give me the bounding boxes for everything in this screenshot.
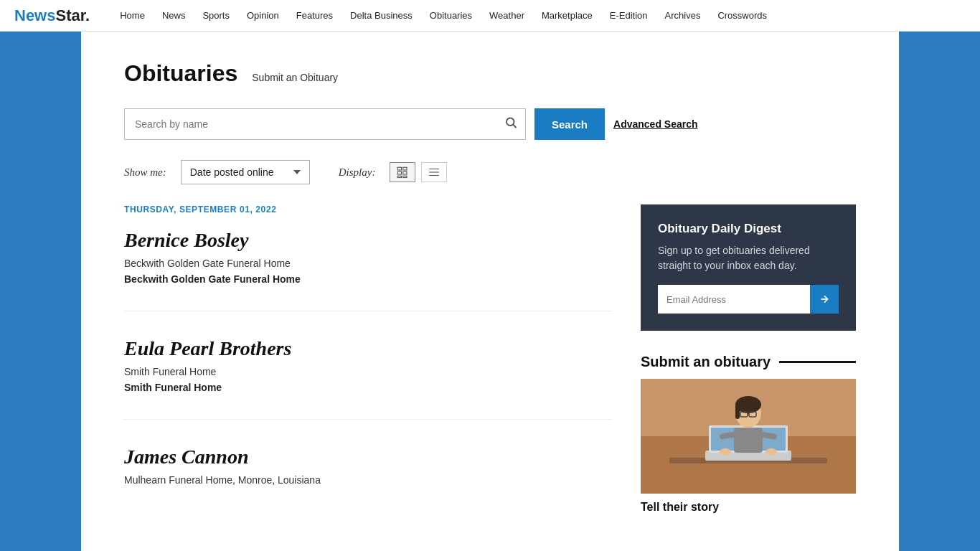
sidebar: Obituary Daily Digest Sign up to get obi… (641, 204, 856, 542)
navbar: NewsStar. HomeNewsSportsOpinionFeaturesD… (0, 0, 980, 32)
obit-name[interactable]: Eula Pearl Brothers (124, 337, 612, 360)
date-header: THURSDAY, SEPTEMBER 01, 2022 (124, 204, 612, 215)
nav-item-home[interactable]: Home (111, 0, 154, 32)
search-icon-button[interactable] (504, 116, 517, 133)
svg-rect-2 (398, 167, 402, 170)
obit-name[interactable]: James Cannon (124, 446, 612, 468)
display-icons (390, 162, 447, 182)
svg-point-0 (507, 118, 514, 126)
email-row (658, 285, 839, 314)
obit-funeral-home: Smith Funeral Home (124, 366, 612, 377)
submit-obituary-title: Submit an obituary (641, 354, 856, 370)
search-row: Search Advanced Search (124, 108, 856, 140)
obituary-entry: Bernice BosleyBeckwith Golden Gate Funer… (124, 229, 612, 311)
svg-rect-6 (398, 176, 402, 177)
search-input-wrap (124, 108, 526, 140)
nav-item-obituaries[interactable]: Obituaries (421, 0, 481, 32)
nav-item-weather[interactable]: Weather (481, 0, 533, 32)
svg-point-27 (720, 448, 731, 456)
svg-point-28 (765, 448, 777, 456)
site-logo[interactable]: NewsStar. (14, 6, 90, 25)
nav-item-sports[interactable]: Sports (194, 0, 238, 32)
search-icon (504, 116, 517, 129)
nav-item-crosswords[interactable]: Crosswords (709, 0, 776, 32)
nav-links: HomeNewsSportsOpinionFeaturesDelta Busin… (111, 0, 776, 32)
svg-line-1 (513, 125, 516, 128)
svg-rect-4 (398, 171, 402, 174)
search-input[interactable] (124, 108, 526, 140)
svg-rect-3 (403, 167, 407, 170)
filter-row: Show me: Date posted onlineAlphabeticall… (124, 160, 856, 184)
nav-item-opinion[interactable]: Opinion (238, 0, 288, 32)
arrow-right-icon (819, 293, 830, 305)
page-title: Obituaries (124, 60, 237, 87)
grid-view-button[interactable] (390, 162, 415, 182)
show-me-label: Show me: (124, 166, 166, 179)
submit-obituary-section: Submit an obituary (641, 354, 856, 514)
obituary-entry: James CannonMulhearn Funeral Home, Monro… (124, 446, 612, 516)
page-wrapper: Obituaries Submit an Obituary Search Adv… (81, 32, 899, 551)
email-input[interactable] (658, 285, 810, 314)
logo-news: News (14, 6, 55, 24)
obituaries-container: Bernice BosleyBeckwith Golden Gate Funer… (124, 229, 612, 516)
logo-star: Star. (55, 6, 90, 24)
obit-funeral-home-bold: Smith Funeral Home (124, 382, 612, 393)
obit-funeral-home: Beckwith Golden Gate Funeral Home (124, 258, 612, 269)
digest-description: Sign up to get obituaries delivered stra… (658, 243, 839, 273)
obit-funeral-home-bold: Beckwith Golden Gate Funeral Home (124, 273, 612, 285)
nav-item-e-edition[interactable]: E-Edition (601, 0, 656, 32)
person-laptop-illustration (641, 379, 856, 494)
grid-icon (395, 166, 410, 179)
svg-rect-24 (734, 428, 763, 453)
submit-obituary-image-inner (641, 379, 856, 494)
advanced-search-link[interactable]: Advanced Search (613, 118, 698, 130)
digest-box: Obituary Daily Digest Sign up to get obi… (641, 204, 856, 331)
nav-item-marketplace[interactable]: Marketplace (533, 0, 601, 32)
obituary-entry: Eula Pearl BrothersSmith Funeral HomeSmi… (124, 337, 612, 420)
digest-title: Obituary Daily Digest (658, 222, 839, 236)
obit-funeral-home: Mulhearn Funeral Home, Monroe, Louisiana (124, 474, 612, 486)
submit-obituary-link[interactable]: Submit an Obituary (252, 72, 338, 83)
main-layout: THURSDAY, SEPTEMBER 01, 2022 Bernice Bos… (124, 204, 856, 542)
nav-item-features[interactable]: Features (288, 0, 341, 32)
submit-obituary-image[interactable] (641, 379, 856, 494)
show-me-select[interactable]: Date posted onlineAlphabeticallyBy funer… (181, 160, 310, 184)
obit-name[interactable]: Bernice Bosley (124, 229, 612, 252)
page-header: Obituaries Submit an Obituary (124, 60, 856, 87)
svg-rect-20 (735, 405, 740, 419)
search-button[interactable]: Search (534, 108, 605, 140)
list-icon (426, 166, 442, 179)
nav-item-news[interactable]: News (154, 0, 194, 32)
nav-item-delta-business[interactable]: Delta Business (341, 0, 421, 32)
list-view-button[interactable] (421, 162, 447, 182)
display-label: Display: (339, 166, 376, 179)
obituaries-list: THURSDAY, SEPTEMBER 01, 2022 Bernice Bos… (124, 204, 612, 542)
email-submit-button[interactable] (810, 285, 839, 314)
nav-item-archives[interactable]: Archives (656, 0, 710, 32)
svg-rect-7 (403, 176, 407, 177)
tell-story-label: Tell their story (641, 501, 856, 514)
svg-rect-5 (403, 171, 407, 174)
